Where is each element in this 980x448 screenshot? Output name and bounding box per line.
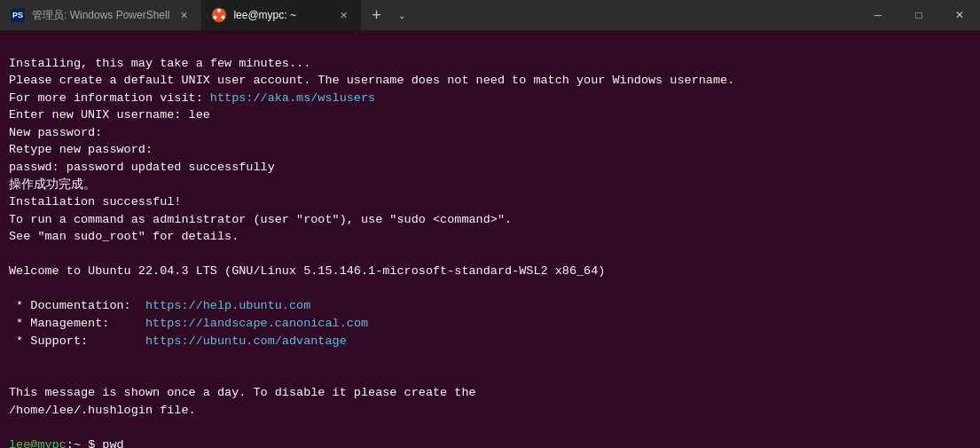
terminal-line-msg1: This message is shown once a day. To dis… <box>9 386 476 399</box>
maximize-button[interactable]: □ <box>898 0 939 30</box>
tab-ubuntu[interactable]: lee@mypc: ~ ✕ <box>201 0 361 30</box>
terminal-line-11: See "man sudo_root" for details. <box>9 230 239 243</box>
tab-ubuntu-label: lee@mypc: ~ <box>233 9 296 21</box>
terminal-line-6: Retype new password: <box>9 143 160 156</box>
close-button[interactable]: ✕ <box>939 0 980 30</box>
terminal-line-10: To run a command as administrator (user … <box>9 213 512 226</box>
prompt-colon: : <box>67 438 74 448</box>
terminal-line-8: 操作成功完成。 <box>9 178 96 192</box>
terminal-line-msg2: /home/lee/.hushlogin file. <box>9 404 196 417</box>
terminal-line-3: For more information visit: https://aka.… <box>9 91 375 105</box>
window-controls: ─ □ ✕ <box>858 0 980 30</box>
svg-point-1 <box>217 9 221 12</box>
new-tab-button[interactable]: + <box>361 0 391 30</box>
link-support: https://ubuntu.com/advantage <box>145 334 347 348</box>
terminal-line-9: Installation successful! <box>9 195 181 208</box>
tab-ubuntu-close[interactable]: ✕ <box>336 8 350 22</box>
tab-powershell-label: 管理员: Windows PowerShell <box>32 8 169 23</box>
tab-group: PS 管理员: Windows PowerShell ✕ lee@mypc: ~… <box>0 0 858 30</box>
tab-powershell[interactable]: PS 管理员: Windows PowerShell ✕ <box>0 0 201 30</box>
prompt-user: lee@mypc <box>9 438 67 448</box>
terminal-line-7: passwd: password updated successfully <box>9 161 275 174</box>
powershell-icon: PS <box>11 8 25 22</box>
terminal-line-support: * Support: https://ubuntu.com/advantage <box>9 334 347 348</box>
tab-dropdown-button[interactable]: ⌄ <box>391 0 412 30</box>
terminal-line-2: Please create a default UNIX user accoun… <box>9 74 734 87</box>
terminal-line-mgmt: * Management: https://landscape.canonica… <box>9 317 368 330</box>
prompt-path: ~ <box>74 438 81 448</box>
terminal-line-5: New password: <box>9 126 109 139</box>
terminal-line-welcome: Welcome to Ubuntu 22.04.3 LTS (GNU/Linux… <box>9 264 605 278</box>
link-wslusers: https://aka.ms/wslusers <box>210 91 375 105</box>
link-doc: https://help.ubuntu.com <box>145 299 310 312</box>
titlebar: PS 管理员: Windows PowerShell ✕ lee@mypc: ~… <box>0 0 980 30</box>
terminal-prompt-line: lee@mypc:~ $ pwd <box>9 438 124 448</box>
prompt-dollar: $ <box>81 438 102 448</box>
terminal-line-4: Enter new UNIX username: lee <box>9 108 210 122</box>
prompt-command: pwd <box>102 438 123 448</box>
ubuntu-icon <box>212 8 226 22</box>
terminal-line-doc: * Documentation: https://help.ubuntu.com <box>9 299 310 312</box>
svg-point-2 <box>222 16 225 20</box>
minimize-button[interactable]: ─ <box>858 0 898 30</box>
terminal-line-1: Installing, this may take a few minutes.… <box>9 57 310 70</box>
tab-powershell-close[interactable]: ✕ <box>176 8 191 22</box>
terminal-body[interactable]: Installing, this may take a few minutes.… <box>0 30 980 448</box>
svg-point-3 <box>214 16 217 20</box>
link-mgmt: https://landscape.canonical.com <box>145 317 368 330</box>
